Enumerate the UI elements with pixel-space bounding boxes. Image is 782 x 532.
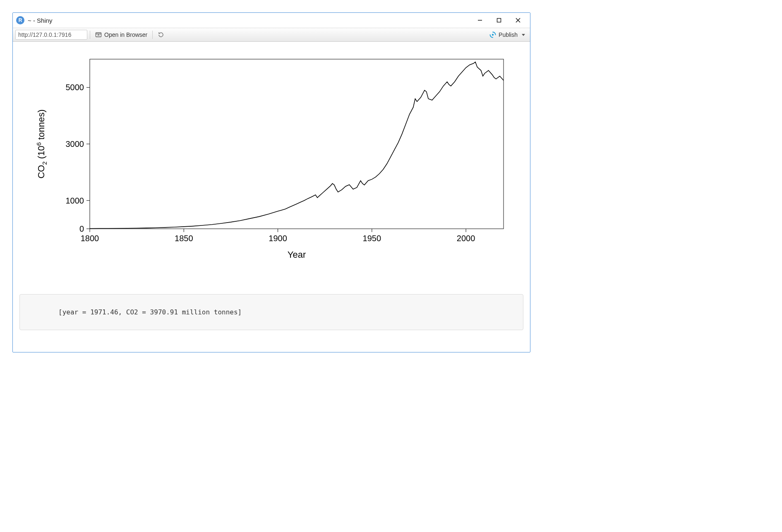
open-in-browser-button[interactable]: Open in Browser	[93, 30, 150, 40]
publish-icon	[489, 31, 496, 38]
svg-text:1900: 1900	[269, 234, 287, 243]
toolbar-separator	[90, 31, 90, 39]
open-in-browser-label: Open in Browser	[104, 31, 147, 38]
svg-text:CO2 (106 tonnes): CO2 (106 tonnes)	[35, 109, 48, 178]
hover-info-output: [year = 1971.46, CO2 = 3970.91 million t…	[19, 294, 523, 330]
svg-text:0: 0	[79, 224, 84, 233]
svg-text:5000: 5000	[66, 83, 84, 92]
window-title: ~ - Shiny	[28, 17, 53, 24]
plot-output[interactable]: 180018501900195020000100030005000YearCO2…	[19, 47, 523, 287]
svg-text:1850: 1850	[175, 234, 193, 243]
publish-label: Publish	[499, 31, 518, 38]
url-input[interactable]: http://127.0.0.1:7916	[15, 30, 87, 40]
rstudio-app-icon: R	[16, 16, 24, 24]
app-icon-letter: R	[19, 17, 22, 23]
co2-line-chart: 180018501900195020000100030005000YearCO2…	[19, 47, 523, 287]
content-area: 180018501900195020000100030005000YearCO2…	[13, 42, 530, 352]
close-icon	[515, 17, 521, 23]
minimize-icon	[477, 18, 482, 23]
svg-rect-1	[497, 19, 501, 22]
close-button[interactable]	[509, 14, 528, 26]
reload-button[interactable]	[155, 30, 167, 40]
minimize-button[interactable]	[470, 14, 489, 26]
reload-icon	[158, 31, 164, 38]
svg-text:Year: Year	[288, 249, 306, 260]
hover-info-text: [year = 1971.46, CO2 = 3970.91 million t…	[58, 308, 242, 316]
open-in-browser-icon	[95, 31, 102, 38]
chevron-down-icon	[522, 34, 525, 36]
maximize-icon	[497, 18, 501, 23]
maximize-button[interactable]	[489, 14, 509, 26]
svg-text:3000: 3000	[66, 139, 84, 149]
url-text: http://127.0.0.1:7916	[18, 31, 71, 38]
svg-point-6	[492, 34, 494, 36]
toolbar-separator	[152, 31, 153, 39]
svg-text:2000: 2000	[457, 234, 475, 243]
publish-button[interactable]: Publish	[487, 30, 528, 40]
svg-text:1950: 1950	[363, 234, 381, 243]
svg-text:1000: 1000	[66, 196, 84, 205]
svg-text:1800: 1800	[81, 234, 99, 243]
toolbar: http://127.0.0.1:7916 Open in Browser	[13, 28, 530, 42]
svg-rect-7	[90, 59, 504, 229]
titlebar: R ~ - Shiny	[13, 13, 530, 28]
shiny-window: R ~ - Shiny http://127.0.0.1:7916	[12, 12, 530, 352]
